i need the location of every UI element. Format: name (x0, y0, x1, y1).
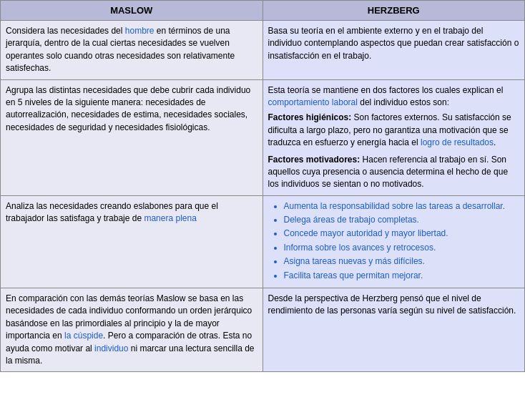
table-row: Agrupa las distintas necesidades que deb… (1, 79, 525, 195)
list-item-text: Facilita tareas que permitan mejorar. (284, 270, 423, 280)
herzberg-cell-2: Esta teoría se mantiene en dos factores … (262, 79, 525, 195)
list-item-text: Delega áreas de trabajo completas. (284, 215, 419, 225)
herzberg-cell-1: Basa su teoría en el ambiente externo y … (262, 21, 525, 80)
maslow-text-4: En comparación con las demás teorías Mas… (6, 293, 255, 366)
list-item: Aumenta la responsabilidad sobre las tar… (284, 200, 520, 213)
maslow-cell-3: Analiza las necesidades creando eslabone… (1, 195, 263, 288)
herzberg-intro-2: Esta teoría se mantiene en dos factores … (268, 84, 520, 109)
herzberg-higienicos: Factores higiénicos: Son factores extern… (268, 112, 520, 149)
maslow-header: MASLOW (1, 1, 263, 21)
list-item-text: Informa sobre los avances y retrocesos. (284, 243, 436, 253)
list-item: Asigna tareas nuevas y más difíciles. (284, 255, 520, 268)
table-row: Considera las necesidades del hombre en … (1, 21, 525, 80)
herzberg-text-1: Basa su teoría en el ambiente externo y … (268, 26, 519, 61)
list-item: Delega áreas de trabajo completas. (284, 214, 520, 226)
list-item-text: Concede mayor autoridad y mayor libertad… (284, 228, 448, 238)
herzberg-cell-3: Aumenta la responsabilidad sobre las tar… (262, 195, 525, 288)
list-item: Facilita tareas que permitan mejorar. (284, 270, 520, 282)
maslow-text-3: Analiza las necesidades creando eslabone… (6, 201, 218, 223)
maslow-text-1: Considera las necesidades del hombre en … (6, 26, 235, 73)
maslow-cell-2: Agrupa las distintas necesidades que deb… (1, 79, 263, 195)
list-item: Informa sobre los avances y retrocesos. (284, 242, 520, 254)
maslow-cell-4: En comparación con las demás teorías Mas… (1, 288, 263, 372)
table-row: Analiza las necesidades creando eslabone… (1, 195, 525, 288)
list-item: Concede mayor autoridad y mayor libertad… (284, 228, 520, 240)
herzberg-text-4: Desde la perspectiva de Herzberg pensó q… (268, 293, 516, 316)
maslow-cell-1: Considera las necesidades del hombre en … (1, 21, 263, 80)
herzberg-header: HERZBERG (262, 1, 525, 21)
list-item-text: Aumenta la responsabilidad sobre las tar… (284, 201, 506, 211)
herzberg-motivadores: Factores motivadores: Hacen referencia a… (268, 154, 520, 191)
herzberg-list-3: Aumenta la responsabilidad sobre las tar… (268, 200, 520, 282)
table-row: En comparación con las demás teorías Mas… (1, 288, 525, 372)
list-item-text: Asigna tareas nuevas y más difíciles. (284, 256, 425, 266)
herzberg-cell-4: Desde la perspectiva de Herzberg pensó q… (262, 288, 525, 372)
maslow-text-2: Agrupa las distintas necesidades que deb… (6, 85, 250, 132)
